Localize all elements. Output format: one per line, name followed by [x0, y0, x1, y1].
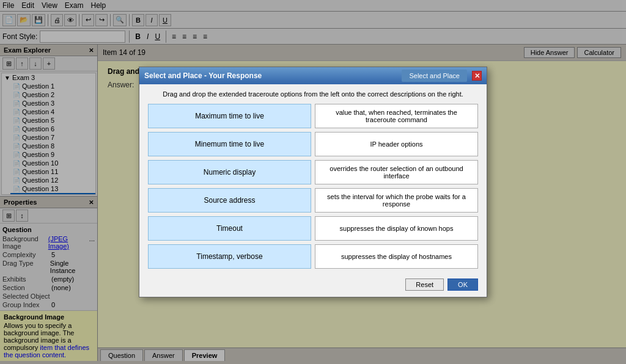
drag-item-3[interactable]: Numeric display	[148, 160, 311, 184]
modal-titlebar: Select and Place - Your Response Select …	[139, 67, 487, 84]
drag-item-5[interactable]: Timeout	[148, 216, 311, 241]
drag-item-1[interactable]: Maximum time to live	[148, 104, 311, 128]
ok-button[interactable]: OK	[447, 278, 478, 291]
modal-instruction: Drag and drop the extended traceroute op…	[148, 90, 478, 98]
modal-title: Select and Place - Your Response	[144, 71, 262, 80]
drop-item-4[interactable]: sets the interval for which the probe wa…	[315, 188, 478, 213]
modal-footer: Reset OK	[139, 275, 487, 297]
select-place-button[interactable]: Select and Place	[402, 70, 467, 82]
modal-body: Drag and drop the extended traceroute op…	[139, 84, 487, 275]
drag-item-6[interactable]: Timestamp, verbose	[148, 244, 311, 269]
select-place-modal: Select and Place - Your Response Select …	[139, 67, 487, 297]
drop-item-1[interactable]: value that, when reached, terminates the…	[315, 104, 478, 128]
drag-drop-grid: Maximum time to live value that, when re…	[148, 104, 478, 269]
drop-item-6[interactable]: suppresses the display of hostnames	[315, 244, 478, 269]
drop-item-3[interactable]: overrides the router selection of an out…	[315, 160, 478, 184]
reset-button[interactable]: Reset	[405, 278, 444, 291]
drop-item-2[interactable]: IP header options	[315, 132, 478, 156]
drag-item-4[interactable]: Source address	[148, 188, 311, 213]
drop-item-5[interactable]: suppresses the display of known hops	[315, 216, 478, 241]
modal-close-button[interactable]: ✕	[472, 71, 482, 81]
modal-overlay: Select and Place - Your Response Select …	[0, 0, 626, 361]
modal-title-right: Select and Place ✕	[402, 70, 482, 82]
drag-item-2[interactable]: Minemum time to live	[148, 132, 311, 156]
